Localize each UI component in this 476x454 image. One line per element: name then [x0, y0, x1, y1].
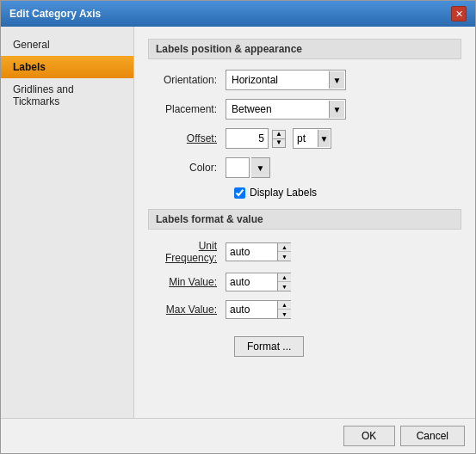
- offset-row: Offset: ▲ ▼ pt px in ▼: [148, 128, 461, 149]
- main-content: Labels position & appearance Orientation…: [134, 27, 475, 418]
- dialog-body: General Labels Gridlines and Tickmarks L…: [1, 27, 475, 418]
- edit-category-axis-dialog: Edit Category Axis ✕ General Labels Grid…: [0, 0, 476, 454]
- max-value-spinbox: ▲ ▼: [226, 300, 291, 319]
- offset-label: Offset:: [148, 132, 226, 144]
- offset-wrapper: ▲ ▼ pt px in ▼: [226, 128, 331, 149]
- min-value-up-button[interactable]: ▲: [278, 273, 291, 282]
- dialog-footer: OK Cancel: [1, 418, 475, 453]
- dialog-title: Edit Category Axis: [9, 8, 101, 20]
- unit-frequency-spinner: ▲ ▼: [277, 242, 291, 261]
- close-button[interactable]: ✕: [451, 6, 467, 21]
- sidebar-item-labels[interactable]: Labels: [1, 56, 133, 78]
- color-row: Color: ▼: [148, 157, 461, 178]
- section2-title: Labels format & value: [148, 209, 461, 230]
- unit-frequency-input[interactable]: [226, 242, 277, 261]
- display-labels-label: Display Labels: [250, 187, 317, 199]
- sidebar-item-general[interactable]: General: [1, 34, 133, 56]
- format-button[interactable]: Format ...: [234, 336, 304, 357]
- min-value-row: Min Value: ▲ ▼: [148, 273, 461, 291]
- section2: Labels format & value Unit Frequency: ▲ …: [148, 209, 461, 357]
- orientation-label: Orientation:: [148, 74, 226, 86]
- min-value-label: Min Value:: [148, 276, 226, 288]
- min-value-input[interactable]: [226, 273, 277, 291]
- offset-spinner: ▲ ▼: [272, 130, 286, 148]
- color-dropdown-button[interactable]: ▼: [251, 157, 270, 178]
- color-wrapper: ▼: [226, 157, 270, 178]
- max-value-up-button[interactable]: ▲: [278, 301, 291, 310]
- offset-unit-select[interactable]: pt px in: [293, 128, 331, 149]
- min-value-spinbox: ▲ ▼: [226, 273, 291, 291]
- ok-button[interactable]: OK: [343, 426, 395, 446]
- display-labels-checkbox[interactable]: [234, 187, 245, 199]
- offset-down-button[interactable]: ▼: [272, 138, 286, 148]
- orientation-row: Orientation: Horizontal Vertical Rotated…: [148, 70, 461, 90]
- offset-input[interactable]: [226, 128, 269, 149]
- unit-frequency-label: Unit Frequency:: [148, 240, 226, 264]
- orientation-select[interactable]: Horizontal Vertical Rotated: [226, 70, 346, 90]
- unit-frequency-row: Unit Frequency: ▲ ▼: [148, 240, 461, 264]
- sidebar-item-gridlines[interactable]: Gridlines and Tickmarks: [1, 78, 133, 113]
- placement-select-wrapper: Between On tick Auto ▼: [226, 99, 346, 120]
- color-swatch[interactable]: [226, 157, 250, 178]
- unit-frequency-down-button[interactable]: ▼: [278, 252, 291, 261]
- placement-select[interactable]: Between On tick Auto: [226, 99, 346, 120]
- placement-row: Placement: Between On tick Auto ▼: [148, 99, 461, 120]
- display-labels-row: Display Labels: [148, 187, 461, 199]
- unit-frequency-spinbox: ▲ ▼: [226, 242, 291, 261]
- color-label: Color:: [148, 162, 226, 174]
- max-value-down-button[interactable]: ▼: [278, 310, 291, 318]
- unit-frequency-up-button[interactable]: ▲: [278, 243, 291, 252]
- max-value-spinner: ▲ ▼: [277, 300, 291, 319]
- max-value-label: Max Value:: [148, 304, 226, 316]
- max-value-input[interactable]: [226, 300, 277, 319]
- sidebar: General Labels Gridlines and Tickmarks: [1, 27, 134, 418]
- section1-title: Labels position & appearance: [148, 39, 461, 59]
- min-value-spinner: ▲ ▼: [277, 273, 291, 291]
- placement-label: Placement:: [148, 103, 226, 115]
- orientation-select-wrapper: Horizontal Vertical Rotated ▼: [226, 70, 346, 90]
- max-value-row: Max Value: ▲ ▼: [148, 300, 461, 319]
- title-bar: Edit Category Axis ✕: [1, 1, 475, 27]
- cancel-button[interactable]: Cancel: [400, 426, 465, 446]
- min-value-down-button[interactable]: ▼: [278, 282, 291, 291]
- offset-unit-wrapper: pt px in ▼: [293, 128, 331, 149]
